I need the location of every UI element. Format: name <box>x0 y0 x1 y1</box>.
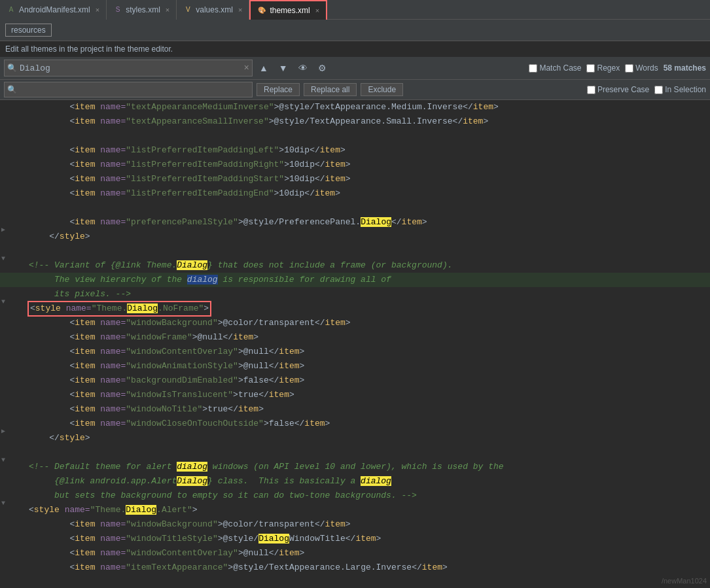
search-icon: 🔍 <box>7 63 17 73</box>
words-option[interactable]: Words <box>625 63 658 73</box>
close-android-manifest[interactable]: × <box>96 6 99 14</box>
code-line: <item name="preferencePanelStyle">@style… <box>0 215 710 230</box>
code-content: <item name="windowIsTranslucent">true</i… <box>26 388 710 402</box>
code-content: <style name="Theme.Dialog.Alert"> <box>26 503 710 517</box>
android-manifest-icon: A <box>7 5 16 14</box>
replace-input-wrapper: 🔍 <box>4 82 253 97</box>
tab-bar: A AndroidManifest.xml × S styles.xml × V… <box>0 0 710 20</box>
code-content: <item name="windowContentOverlay">@null<… <box>26 546 710 561</box>
code-content: The view hierarchy of the dialog is resp… <box>26 273 710 287</box>
code-content: <!-- Default theme for alert dialog wind… <box>26 460 710 474</box>
search-settings-button[interactable]: ⚙ <box>314 61 330 75</box>
code-content: <item name="preferencePanelStyle">@style… <box>26 215 710 230</box>
tab-values-xml[interactable]: V values.xml × <box>177 0 249 20</box>
style-noframe-line: ▼ <style name="Theme.Dialog.NoFrame"> <box>0 302 710 316</box>
code-line: <item name="windowNoTitle">true</item> <box>0 402 710 417</box>
code-line: its pixels. --> <box>0 287 710 302</box>
code-line: <item name="textAppearanceMediumInverse"… <box>0 100 710 114</box>
preserve-case-option[interactable]: Preserve Case <box>587 85 649 94</box>
code-line <box>0 445 710 460</box>
search-clear-button[interactable]: × <box>244 63 249 73</box>
replace-button[interactable]: Replace <box>257 83 300 96</box>
code-line: <item name="listPreferredItemPaddingLeft… <box>0 143 710 158</box>
code-content: <item name="textAppearanceListItem">@sty… <box>26 575 710 577</box>
code-content <box>26 201 710 215</box>
code-content: </style> <box>26 431 710 445</box>
code-content <box>26 129 710 143</box>
code-line: <item name="windowContentOverlay">@null<… <box>0 546 710 561</box>
resources-badge[interactable]: resources <box>5 24 52 37</box>
close-themes-xml[interactable]: × <box>315 7 319 14</box>
search-next-button[interactable]: ▼ <box>275 61 292 75</box>
code-content: <item name="textAppearanceSmallInverse">… <box>26 114 710 129</box>
match-case-option[interactable]: Match Case <box>529 63 581 73</box>
in-selection-option[interactable]: In Selection <box>654 85 706 94</box>
fold-icon[interactable]: ▼ <box>1 298 5 305</box>
close-styles-xml[interactable]: × <box>166 6 169 14</box>
tab-themes-xml[interactable]: 🎨 themes.xml × <box>249 0 327 20</box>
code-content <box>26 445 710 460</box>
code-content: <item name="windowNoTitle">true</item> <box>26 402 710 417</box>
code-line: <item name="windowFrame">@null</item> <box>0 330 710 345</box>
code-line: <item name="listPreferredItemPaddingRigh… <box>0 158 710 172</box>
code-content: <item name="windowFrame">@null</item> <box>26 330 710 345</box>
in-selection-checkbox[interactable] <box>654 86 663 94</box>
code-line: <item name="windowBackground">@color/tra… <box>0 517 710 532</box>
code-line <box>0 201 710 215</box>
code-line: <item name="backgroundDimEnabled">false<… <box>0 373 710 388</box>
code-line: ▶ </style> <box>0 431 710 445</box>
code-line: <item name="windowIsTranslucent">true</i… <box>0 388 710 402</box>
search-bar: 🔍 × ▲ ▼ 👁 ⚙ Match Case Regex Words 58 ma… <box>0 57 710 80</box>
code-content: <item name="windowCloseOnTouchOutside">f… <box>26 417 710 431</box>
code-line: but sets the background to empty so it c… <box>0 489 710 503</box>
code-content: <item name="backgroundDimEnabled">false<… <box>26 373 710 388</box>
replace-input[interactable] <box>17 85 249 95</box>
code-content: its pixels. --> <box>26 287 710 302</box>
code-content: <item name="listPreferredItemPaddingEnd"… <box>26 186 710 201</box>
code-line: ▼ <style name="Theme.Dialog.Alert"> <box>0 503 710 517</box>
code-line: <item name="listPreferredItemPaddingStar… <box>0 172 710 186</box>
fold-icon[interactable]: ▶ <box>1 427 5 435</box>
words-checkbox[interactable] <box>625 64 633 73</box>
close-values-xml[interactable]: × <box>238 6 242 14</box>
regex-checkbox[interactable] <box>586 64 595 73</box>
code-line: <item name="windowCloseOnTouchOutside">f… <box>0 417 710 431</box>
code-content: <item name="windowTitleStyle">@style/Dia… <box>26 532 710 546</box>
code-line: ▶ </style> <box>0 230 710 244</box>
code-content: </style> <box>26 230 710 244</box>
code-content: <item name="windowContentOverlay">@null<… <box>26 345 710 359</box>
search-find-usages-button[interactable]: 👁 <box>294 61 311 75</box>
code-content: <item name="windowBackground">@color/tra… <box>26 517 710 532</box>
resources-bar: resources <box>0 20 710 41</box>
matches-count: 58 matches <box>664 63 706 73</box>
fold-icon[interactable]: ▼ <box>1 255 5 262</box>
code-line: <item name="windowBackground">@color/tra… <box>0 316 710 330</box>
values-xml-icon: V <box>183 5 192 14</box>
code-line: ▼ <!-- Variant of {@link Theme.Dialog} t… <box>0 258 710 273</box>
tab-styles-xml[interactable]: S styles.xml × <box>107 0 177 20</box>
search-prev-button[interactable]: ▲ <box>255 61 272 75</box>
code-line <box>0 244 710 258</box>
replace-bar: 🔍 Replace Replace all Exclude Preserve C… <box>0 80 710 100</box>
code-content: <style name="Theme.Dialog.NoFrame"> <box>26 302 710 316</box>
code-line: <item name="textAppearanceListItem">@sty… <box>0 575 710 577</box>
code-line: {@link android.app.AlertDialog} class. T… <box>0 474 710 489</box>
search-input[interactable] <box>20 63 241 73</box>
match-case-checkbox[interactable] <box>529 64 537 73</box>
styles-xml-icon: S <box>113 5 122 14</box>
code-content: <item name="listPreferredItemPaddingRigh… <box>26 158 710 172</box>
fold-icon[interactable]: ▼ <box>1 457 5 464</box>
code-line: <item name="textAppearanceSmallInverse">… <box>0 114 710 129</box>
fold-icon[interactable]: ▶ <box>1 226 5 233</box>
code-line: <item name="windowAnimationStyle">@null<… <box>0 359 710 373</box>
search-options: Match Case Regex Words 58 matches <box>529 63 706 73</box>
replace-all-button[interactable]: Replace all <box>304 83 357 96</box>
exclude-button[interactable]: Exclude <box>361 83 403 96</box>
replace-options: Preserve Case In Selection <box>587 85 706 94</box>
tab-android-manifest[interactable]: A AndroidManifest.xml × <box>0 0 107 20</box>
replace-icon: 🔍 <box>7 85 17 95</box>
fold-icon[interactable]: ▼ <box>1 500 5 507</box>
regex-option[interactable]: Regex <box>586 63 620 73</box>
preserve-case-checkbox[interactable] <box>587 86 595 94</box>
code-content <box>26 244 710 258</box>
